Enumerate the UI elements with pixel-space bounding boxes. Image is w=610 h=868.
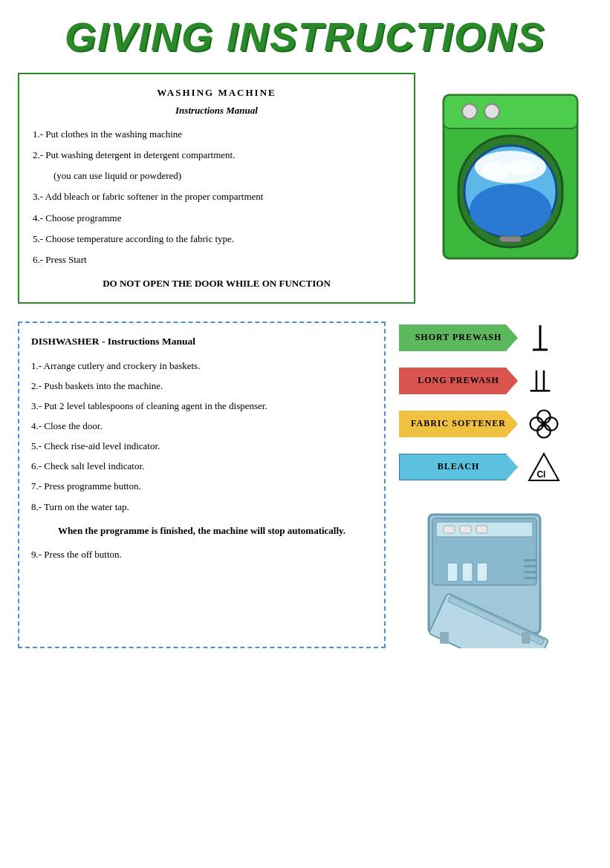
dw-title: DISHWASHER - Instructions Manual	[31, 333, 372, 350]
wm-step-5: 5.- Choose temperature according to the …	[33, 231, 400, 247]
fabric-softener-symbol	[525, 408, 562, 440]
dw-warning: When the programme is finished, the mach…	[31, 523, 372, 539]
svg-point-8	[482, 162, 509, 180]
svg-point-16	[537, 410, 551, 423]
svg-rect-35	[447, 563, 458, 581]
dw-step-4: 4.- Close the door.	[31, 418, 372, 434]
dw-step-6: 6.- Check salt level indicator.	[31, 458, 372, 474]
dw-step-8: 8.- Turn on the water tap.	[31, 499, 372, 515]
svg-point-9	[507, 160, 536, 175]
wm-step-3: 3.- Add bleach or fabric softener in the…	[33, 189, 400, 205]
dw-step-1: 1.- Arrange cutlery and crockery in bask…	[31, 358, 372, 374]
wm-step-2b: (you can use liquid or powdered)	[33, 168, 400, 184]
dishwasher-illustration	[399, 500, 592, 648]
dw-step-7: 7.- Press programme button.	[31, 478, 372, 495]
top-section: WASHING MACHINE Instructions Manual 1.- …	[18, 73, 592, 304]
svg-point-18	[530, 417, 544, 431]
dw-step-5: 5.- Check rise-aid level indicator.	[31, 438, 372, 454]
svg-point-19	[545, 417, 558, 431]
wm-step-2: 2.- Put washing detergent in detergent c…	[33, 147, 400, 163]
dishwasher-box: DISHWASHER - Instructions Manual 1.- Arr…	[18, 322, 386, 648]
compartment-short-prewash: SHORT PREWASH	[399, 322, 592, 354]
wm-step-4: 4.- Choose programme	[33, 210, 400, 226]
long-prewash-symbol	[525, 365, 562, 397]
svg-point-3	[484, 104, 499, 119]
svg-rect-39	[440, 632, 449, 644]
svg-rect-40	[522, 632, 530, 644]
svg-text:Cl: Cl	[536, 469, 545, 480]
svg-point-17	[537, 425, 551, 438]
dw-step-9: 9.- Press the off button.	[31, 546, 372, 563]
wm-step-6: 6.- Press Start	[33, 252, 400, 268]
dw-step-3: 3.- Put 2 level tablespoons of cleaning …	[31, 398, 372, 414]
bleach-label: BLEACH	[399, 454, 518, 480]
compartment-fabric-softener: FABRIC SOFTENER	[399, 408, 592, 440]
svg-rect-29	[476, 526, 487, 533]
svg-rect-30	[524, 559, 537, 561]
svg-rect-33	[524, 577, 537, 579]
svg-point-20	[541, 421, 546, 426]
washing-machine-svg	[436, 73, 585, 266]
dishwasher-svg	[414, 500, 577, 648]
svg-point-6	[470, 184, 551, 236]
svg-rect-10	[499, 236, 522, 242]
compartment-bleach: BLEACH Cl	[399, 451, 592, 483]
wm-step-1: 1.- Put clothes in the washing machine	[33, 126, 400, 143]
svg-rect-27	[444, 526, 455, 533]
dw-step-2: 2.- Push baskets into the machine.	[31, 378, 372, 394]
wm-subtitle: Instructions Manual	[33, 102, 400, 119]
short-prewash-label: SHORT PREWASH	[399, 324, 518, 351]
bleach-symbol: Cl	[525, 451, 562, 483]
svg-point-2	[462, 104, 477, 119]
wm-title: WASHING MACHINE	[33, 85, 400, 101]
wm-warning: DO NOT OPEN THE DOOR WHILE ON FUNCTION	[33, 275, 400, 292]
long-prewash-label: LONG PREWASH	[399, 368, 518, 394]
page-title: GIVING INSTRUCTIONS	[18, 13, 592, 59]
washing-machine-illustration	[429, 73, 592, 304]
short-prewash-symbol	[525, 322, 562, 354]
svg-rect-31	[524, 565, 537, 567]
svg-rect-28	[460, 526, 471, 533]
right-column: SHORT PREWASH LONG PREWASH FABRIC SOFTEN…	[399, 322, 592, 648]
fabric-softener-label: FABRIC SOFTENER	[399, 411, 518, 437]
bottom-section: DISHWASHER - Instructions Manual 1.- Arr…	[18, 322, 592, 648]
compartment-long-prewash: LONG PREWASH	[399, 365, 592, 397]
svg-rect-32	[524, 571, 537, 573]
svg-rect-37	[477, 563, 487, 581]
svg-rect-36	[462, 563, 473, 581]
washing-machine-box: WASHING MACHINE Instructions Manual 1.- …	[18, 73, 415, 304]
